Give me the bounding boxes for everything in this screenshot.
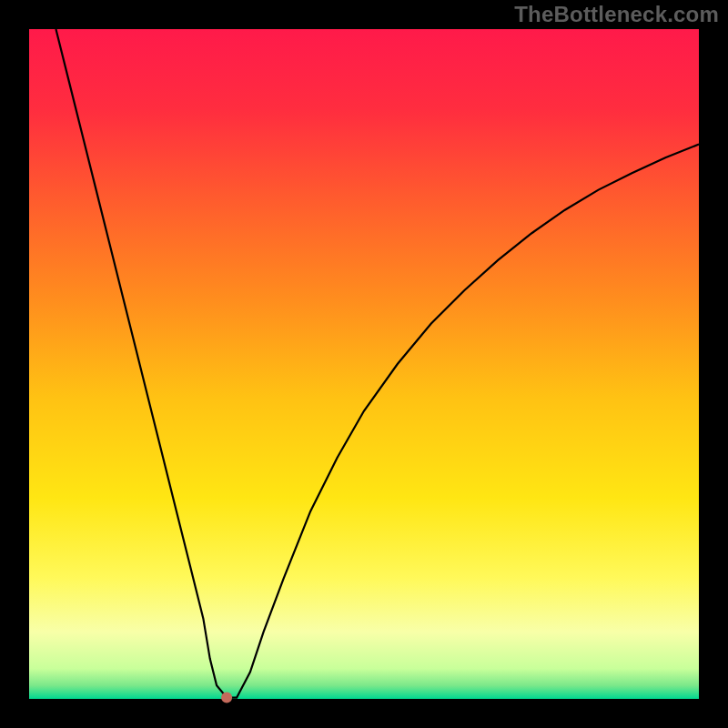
plot-background [29, 29, 699, 699]
chart-frame: { "watermark": "TheBottleneck.com", "cha… [0, 0, 728, 728]
bottleneck-chart [0, 0, 728, 728]
optimal-point-marker [221, 693, 232, 703]
watermark-text: TheBottleneck.com [514, 2, 719, 27]
